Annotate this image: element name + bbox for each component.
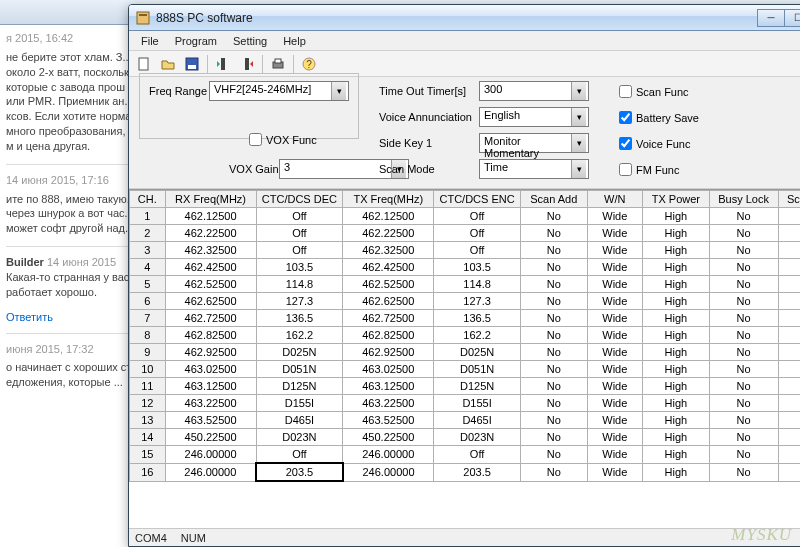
table-cell[interactable]: 463.22500	[343, 395, 434, 412]
table-cell[interactable]: 463.22500	[165, 395, 256, 412]
table-cell[interactable]: D155I	[434, 395, 521, 412]
table-cell[interactable]: 462.72500	[165, 310, 256, 327]
table-cell[interactable]: No	[520, 293, 587, 310]
table-cell[interactable]: D025N	[434, 344, 521, 361]
table-cell[interactable]: Wide	[587, 293, 643, 310]
table-cell[interactable]: No	[709, 208, 778, 225]
table-cell[interactable]: 463.02500	[343, 361, 434, 378]
table-cell[interactable]: Off	[434, 446, 521, 464]
table-cell[interactable]: No	[778, 310, 800, 327]
scan-mode-combo[interactable]: Time	[479, 159, 589, 179]
table-cell[interactable]: 12	[130, 395, 166, 412]
table-cell[interactable]: D051N	[256, 361, 343, 378]
table-cell[interactable]: 162.2	[434, 327, 521, 344]
table-cell[interactable]: Off	[434, 208, 521, 225]
table-cell[interactable]: 1	[130, 208, 166, 225]
table-cell[interactable]: 103.5	[434, 259, 521, 276]
table-cell[interactable]: 450.22500	[165, 429, 256, 446]
table-row[interactable]: 9462.92500D025N462.92500D025NNoWideHighN…	[130, 344, 801, 361]
vox-func-checkbox[interactable]: VOX Func	[249, 133, 317, 146]
table-cell[interactable]: 3	[130, 242, 166, 259]
table-cell[interactable]: Off	[256, 446, 343, 464]
table-cell[interactable]: 462.22500	[165, 225, 256, 242]
col-header[interactable]: Scan Add	[520, 191, 587, 208]
table-cell[interactable]: D155I	[256, 395, 343, 412]
table-cell[interactable]: Wide	[587, 463, 643, 481]
table-cell[interactable]: 462.92500	[343, 344, 434, 361]
table-cell[interactable]: 462.12500	[165, 208, 256, 225]
table-cell[interactable]: No	[778, 446, 800, 464]
table-row[interactable]: 10463.02500D051N463.02500D051NNoWideHigh…	[130, 361, 801, 378]
table-cell[interactable]: No	[520, 276, 587, 293]
table-cell[interactable]: 114.8	[434, 276, 521, 293]
table-cell[interactable]: High	[643, 395, 710, 412]
table-cell[interactable]: 203.5	[256, 463, 343, 481]
table-cell[interactable]: No	[709, 276, 778, 293]
table-cell[interactable]: Wide	[587, 395, 643, 412]
table-cell[interactable]: No	[520, 208, 587, 225]
table-cell[interactable]: 462.32500	[165, 242, 256, 259]
table-cell[interactable]: High	[643, 361, 710, 378]
table-cell[interactable]: No	[520, 327, 587, 344]
table-cell[interactable]: No	[778, 225, 800, 242]
table-cell[interactable]: 462.72500	[343, 310, 434, 327]
table-row[interactable]: 8462.82500162.2462.82500162.2NoWideHighN…	[130, 327, 801, 344]
table-cell[interactable]: No	[778, 361, 800, 378]
print-icon[interactable]	[267, 53, 289, 75]
table-cell[interactable]: No	[709, 327, 778, 344]
table-cell[interactable]: 246.00000	[165, 446, 256, 464]
table-cell[interactable]: No	[520, 378, 587, 395]
table-cell[interactable]: No	[520, 429, 587, 446]
table-cell[interactable]: 450.22500	[343, 429, 434, 446]
table-cell[interactable]: 463.52500	[165, 412, 256, 429]
table-cell[interactable]: No	[520, 395, 587, 412]
table-cell[interactable]: No	[778, 429, 800, 446]
table-cell[interactable]: No	[520, 310, 587, 327]
table-row[interactable]: 1462.12500Off462.12500OffNoWideHighNoNo	[130, 208, 801, 225]
menu-file[interactable]: File	[133, 33, 167, 49]
table-cell[interactable]: 103.5	[256, 259, 343, 276]
table-cell[interactable]: Wide	[587, 276, 643, 293]
table-row[interactable]: 7462.72500136.5462.72500136.5NoWideHighN…	[130, 310, 801, 327]
table-cell[interactable]: No	[520, 446, 587, 464]
table-cell[interactable]: Wide	[587, 378, 643, 395]
table-cell[interactable]: D023N	[256, 429, 343, 446]
table-cell[interactable]: 246.00000	[343, 446, 434, 464]
table-cell[interactable]: 8	[130, 327, 166, 344]
maximize-button[interactable]: ☐	[784, 9, 800, 27]
scan-func-box[interactable]	[619, 85, 632, 98]
table-cell[interactable]: No	[520, 242, 587, 259]
table-cell[interactable]: Wide	[587, 344, 643, 361]
table-cell[interactable]: High	[643, 446, 710, 464]
table-cell[interactable]: 246.00000	[165, 463, 256, 481]
col-header[interactable]: TX Freq(MHz)	[343, 191, 434, 208]
titlebar[interactable]: 888S PC software ─ ☐ ✕	[129, 5, 800, 31]
table-cell[interactable]: No	[709, 378, 778, 395]
table-cell[interactable]: No	[520, 412, 587, 429]
table-cell[interactable]: High	[643, 327, 710, 344]
table-cell[interactable]: Wide	[587, 259, 643, 276]
table-cell[interactable]: Wide	[587, 429, 643, 446]
table-cell[interactable]: High	[643, 463, 710, 481]
menu-setting[interactable]: Setting	[225, 33, 275, 49]
table-cell[interactable]: 162.2	[256, 327, 343, 344]
table-row[interactable]: 13463.52500D465I463.52500D465INoWideHigh…	[130, 412, 801, 429]
table-cell[interactable]: No	[778, 327, 800, 344]
table-cell[interactable]: No	[778, 344, 800, 361]
table-cell[interactable]: No	[709, 310, 778, 327]
table-cell[interactable]: 462.42500	[165, 259, 256, 276]
col-header[interactable]: Scramble	[778, 191, 800, 208]
table-cell[interactable]: High	[643, 276, 710, 293]
table-cell[interactable]: D125N	[434, 378, 521, 395]
table-cell[interactable]: No	[709, 429, 778, 446]
channel-table[interactable]: CH.RX Freq(MHz)CTC/DCS DECTX Freq(MHz)CT…	[129, 190, 800, 482]
table-cell[interactable]: Wide	[587, 208, 643, 225]
table-cell[interactable]: No	[709, 344, 778, 361]
save-icon[interactable]	[181, 53, 203, 75]
table-cell[interactable]: 462.82500	[165, 327, 256, 344]
table-cell[interactable]: 203.5	[434, 463, 521, 481]
table-cell[interactable]: 9	[130, 344, 166, 361]
table-cell[interactable]: High	[643, 429, 710, 446]
voice-func-checkbox[interactable]: Voice Func	[619, 137, 690, 150]
table-cell[interactable]: Wide	[587, 327, 643, 344]
